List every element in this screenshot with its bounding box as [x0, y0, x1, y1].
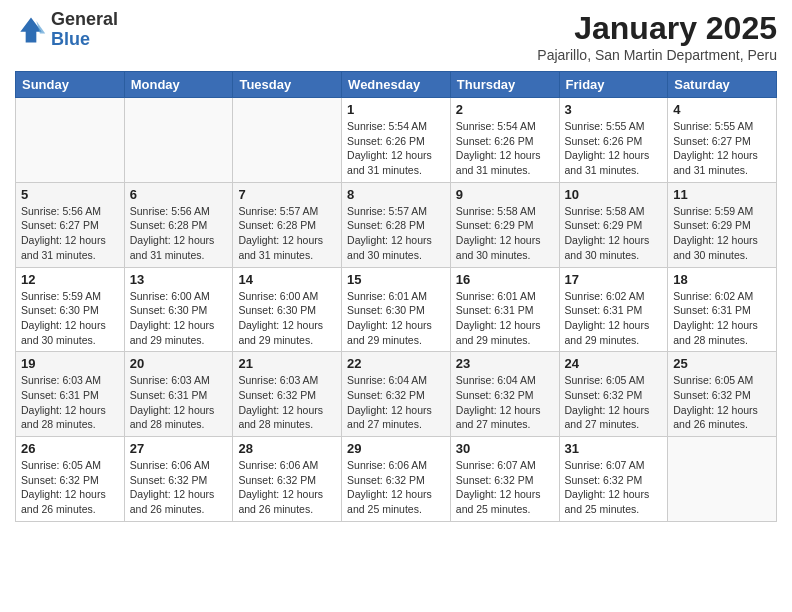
- day-info: Sunrise: 5:56 AMSunset: 6:28 PMDaylight:…: [130, 204, 228, 263]
- day-number: 22: [347, 356, 445, 371]
- day-number: 11: [673, 187, 771, 202]
- day-info: Sunrise: 6:05 AMSunset: 6:32 PMDaylight:…: [673, 373, 771, 432]
- location-text: Pajarillo, San Martin Department, Peru: [537, 47, 777, 63]
- title-block: January 2025 Pajarillo, San Martin Depar…: [537, 10, 777, 63]
- calendar-cell: 28Sunrise: 6:06 AMSunset: 6:32 PMDayligh…: [233, 437, 342, 522]
- day-number: 24: [565, 356, 663, 371]
- day-info: Sunrise: 6:01 AMSunset: 6:30 PMDaylight:…: [347, 289, 445, 348]
- calendar-cell: 19Sunrise: 6:03 AMSunset: 6:31 PMDayligh…: [16, 352, 125, 437]
- day-info: Sunrise: 5:58 AMSunset: 6:29 PMDaylight:…: [565, 204, 663, 263]
- calendar-cell: 20Sunrise: 6:03 AMSunset: 6:31 PMDayligh…: [124, 352, 233, 437]
- day-number: 26: [21, 441, 119, 456]
- logo-general-text: General: [51, 9, 118, 29]
- calendar-cell: 11Sunrise: 5:59 AMSunset: 6:29 PMDayligh…: [668, 182, 777, 267]
- calendar-cell: 15Sunrise: 6:01 AMSunset: 6:30 PMDayligh…: [342, 267, 451, 352]
- day-number: 7: [238, 187, 336, 202]
- day-number: 29: [347, 441, 445, 456]
- calendar-cell: 29Sunrise: 6:06 AMSunset: 6:32 PMDayligh…: [342, 437, 451, 522]
- day-info: Sunrise: 6:02 AMSunset: 6:31 PMDaylight:…: [565, 289, 663, 348]
- weekday-header-saturday: Saturday: [668, 72, 777, 98]
- calendar-cell: 2Sunrise: 5:54 AMSunset: 6:26 PMDaylight…: [450, 98, 559, 183]
- calendar-cell: 1Sunrise: 5:54 AMSunset: 6:26 PMDaylight…: [342, 98, 451, 183]
- day-number: 19: [21, 356, 119, 371]
- calendar-table: SundayMondayTuesdayWednesdayThursdayFrid…: [15, 71, 777, 522]
- month-title: January 2025: [537, 10, 777, 47]
- weekday-header-row: SundayMondayTuesdayWednesdayThursdayFrid…: [16, 72, 777, 98]
- day-number: 20: [130, 356, 228, 371]
- day-info: Sunrise: 5:59 AMSunset: 6:29 PMDaylight:…: [673, 204, 771, 263]
- calendar-cell: 22Sunrise: 6:04 AMSunset: 6:32 PMDayligh…: [342, 352, 451, 437]
- day-number: 3: [565, 102, 663, 117]
- calendar-cell: 9Sunrise: 5:58 AMSunset: 6:29 PMDaylight…: [450, 182, 559, 267]
- day-info: Sunrise: 5:55 AMSunset: 6:27 PMDaylight:…: [673, 119, 771, 178]
- day-number: 17: [565, 272, 663, 287]
- day-info: Sunrise: 5:59 AMSunset: 6:30 PMDaylight:…: [21, 289, 119, 348]
- weekday-header-sunday: Sunday: [16, 72, 125, 98]
- day-number: 4: [673, 102, 771, 117]
- calendar-cell: 13Sunrise: 6:00 AMSunset: 6:30 PMDayligh…: [124, 267, 233, 352]
- calendar-cell: [233, 98, 342, 183]
- day-info: Sunrise: 5:56 AMSunset: 6:27 PMDaylight:…: [21, 204, 119, 263]
- day-number: 10: [565, 187, 663, 202]
- day-info: Sunrise: 5:54 AMSunset: 6:26 PMDaylight:…: [456, 119, 554, 178]
- day-info: Sunrise: 6:04 AMSunset: 6:32 PMDaylight:…: [456, 373, 554, 432]
- week-row-4: 19Sunrise: 6:03 AMSunset: 6:31 PMDayligh…: [16, 352, 777, 437]
- day-info: Sunrise: 6:05 AMSunset: 6:32 PMDaylight:…: [21, 458, 119, 517]
- calendar-cell: 7Sunrise: 5:57 AMSunset: 6:28 PMDaylight…: [233, 182, 342, 267]
- week-row-1: 1Sunrise: 5:54 AMSunset: 6:26 PMDaylight…: [16, 98, 777, 183]
- day-number: 1: [347, 102, 445, 117]
- weekday-header-tuesday: Tuesday: [233, 72, 342, 98]
- weekday-header-friday: Friday: [559, 72, 668, 98]
- day-info: Sunrise: 6:03 AMSunset: 6:31 PMDaylight:…: [130, 373, 228, 432]
- calendar-cell: [16, 98, 125, 183]
- day-number: 14: [238, 272, 336, 287]
- week-row-2: 5Sunrise: 5:56 AMSunset: 6:27 PMDaylight…: [16, 182, 777, 267]
- day-info: Sunrise: 6:04 AMSunset: 6:32 PMDaylight:…: [347, 373, 445, 432]
- calendar-cell: 16Sunrise: 6:01 AMSunset: 6:31 PMDayligh…: [450, 267, 559, 352]
- calendar-cell: 30Sunrise: 6:07 AMSunset: 6:32 PMDayligh…: [450, 437, 559, 522]
- day-info: Sunrise: 6:07 AMSunset: 6:32 PMDaylight:…: [456, 458, 554, 517]
- logo: General Blue: [15, 10, 118, 50]
- day-info: Sunrise: 6:07 AMSunset: 6:32 PMDaylight:…: [565, 458, 663, 517]
- calendar-cell: 23Sunrise: 6:04 AMSunset: 6:32 PMDayligh…: [450, 352, 559, 437]
- calendar-cell: [668, 437, 777, 522]
- day-number: 16: [456, 272, 554, 287]
- calendar-cell: 8Sunrise: 5:57 AMSunset: 6:28 PMDaylight…: [342, 182, 451, 267]
- day-number: 23: [456, 356, 554, 371]
- day-number: 21: [238, 356, 336, 371]
- week-row-5: 26Sunrise: 6:05 AMSunset: 6:32 PMDayligh…: [16, 437, 777, 522]
- logo-blue-text: Blue: [51, 29, 90, 49]
- day-info: Sunrise: 6:03 AMSunset: 6:32 PMDaylight:…: [238, 373, 336, 432]
- calendar-cell: 5Sunrise: 5:56 AMSunset: 6:27 PMDaylight…: [16, 182, 125, 267]
- day-info: Sunrise: 6:06 AMSunset: 6:32 PMDaylight:…: [347, 458, 445, 517]
- day-info: Sunrise: 5:57 AMSunset: 6:28 PMDaylight:…: [347, 204, 445, 263]
- day-info: Sunrise: 6:00 AMSunset: 6:30 PMDaylight:…: [238, 289, 336, 348]
- svg-marker-0: [20, 17, 41, 42]
- day-number: 9: [456, 187, 554, 202]
- weekday-header-wednesday: Wednesday: [342, 72, 451, 98]
- day-number: 27: [130, 441, 228, 456]
- calendar-cell: 26Sunrise: 6:05 AMSunset: 6:32 PMDayligh…: [16, 437, 125, 522]
- logo-icon: [15, 14, 47, 46]
- weekday-header-thursday: Thursday: [450, 72, 559, 98]
- day-number: 15: [347, 272, 445, 287]
- day-info: Sunrise: 6:06 AMSunset: 6:32 PMDaylight:…: [238, 458, 336, 517]
- calendar-cell: 24Sunrise: 6:05 AMSunset: 6:32 PMDayligh…: [559, 352, 668, 437]
- day-number: 8: [347, 187, 445, 202]
- day-number: 25: [673, 356, 771, 371]
- calendar-cell: 27Sunrise: 6:06 AMSunset: 6:32 PMDayligh…: [124, 437, 233, 522]
- day-info: Sunrise: 6:03 AMSunset: 6:31 PMDaylight:…: [21, 373, 119, 432]
- calendar-cell: 31Sunrise: 6:07 AMSunset: 6:32 PMDayligh…: [559, 437, 668, 522]
- day-info: Sunrise: 5:54 AMSunset: 6:26 PMDaylight:…: [347, 119, 445, 178]
- calendar-cell: 12Sunrise: 5:59 AMSunset: 6:30 PMDayligh…: [16, 267, 125, 352]
- day-info: Sunrise: 5:55 AMSunset: 6:26 PMDaylight:…: [565, 119, 663, 178]
- calendar-cell: 25Sunrise: 6:05 AMSunset: 6:32 PMDayligh…: [668, 352, 777, 437]
- day-info: Sunrise: 6:05 AMSunset: 6:32 PMDaylight:…: [565, 373, 663, 432]
- calendar-cell: 10Sunrise: 5:58 AMSunset: 6:29 PMDayligh…: [559, 182, 668, 267]
- day-info: Sunrise: 5:58 AMSunset: 6:29 PMDaylight:…: [456, 204, 554, 263]
- day-number: 2: [456, 102, 554, 117]
- calendar-cell: 3Sunrise: 5:55 AMSunset: 6:26 PMDaylight…: [559, 98, 668, 183]
- day-number: 28: [238, 441, 336, 456]
- day-info: Sunrise: 6:02 AMSunset: 6:31 PMDaylight:…: [673, 289, 771, 348]
- calendar-cell: 6Sunrise: 5:56 AMSunset: 6:28 PMDaylight…: [124, 182, 233, 267]
